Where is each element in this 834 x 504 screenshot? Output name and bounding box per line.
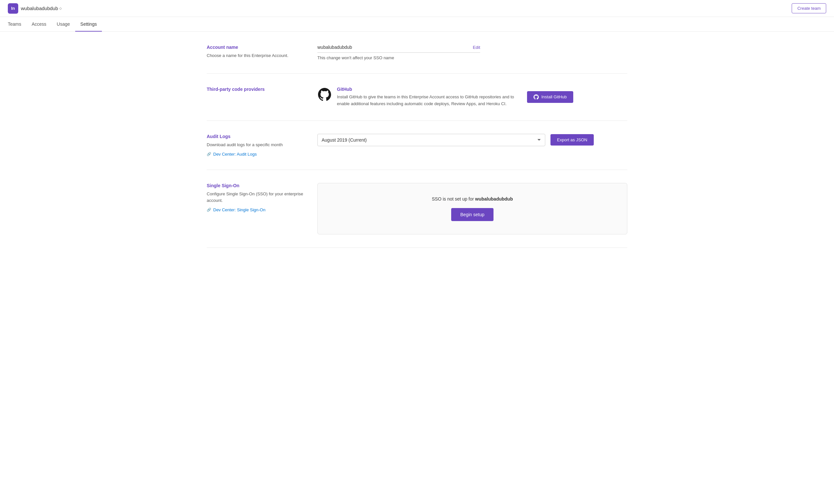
nav-tabs: Teams Access Usage Settings — [0, 17, 834, 31]
header-left: In wubalubadubdub ◇ — [8, 3, 62, 14]
install-github-button[interactable]: Install GitHub — [527, 91, 573, 103]
header: In wubalubadubdub ◇ Create team — [0, 0, 834, 17]
tab-access[interactable]: Access — [26, 17, 51, 31]
audit-logs-dev-center-link[interactable]: 🔗 Dev Center: Audit Logs — [207, 152, 304, 157]
section-third-party: Third-party code providers GitHub Instal… — [207, 73, 627, 121]
account-name-value: wubalubadubdub — [317, 45, 473, 50]
begin-setup-button[interactable]: Begin setup — [451, 208, 493, 221]
audit-logs-title: Audit Logs — [207, 134, 304, 139]
github-provider-name[interactable]: GitHub — [337, 87, 519, 92]
section-account-name-label: Account name Choose a name for this Ente… — [207, 45, 304, 60]
section-third-party-label: Third-party code providers — [207, 87, 304, 107]
audit-row: August 2019 (Current) July 2019 June 201… — [317, 134, 627, 146]
sso-org-name: wubalubadubdub — [475, 196, 513, 201]
org-chevron-icon: ◇ — [59, 6, 62, 10]
github-provider-desc: Install GitHub to give the teams in this… — [337, 94, 519, 107]
third-party-title: Third-party code providers — [207, 87, 304, 92]
section-sso: Single Sign-On Configure Single Sign-On … — [207, 170, 627, 248]
tab-teams[interactable]: Teams — [8, 17, 26, 31]
section-account-name: Account name Choose a name for this Ente… — [207, 31, 627, 73]
account-name-desc: Choose a name for this Enterprise Accoun… — [207, 52, 304, 59]
section-third-party-content: GitHub Install GitHub to give the teams … — [317, 87, 627, 107]
main-content: Account name Choose a name for this Ente… — [199, 31, 635, 248]
account-name-row: wubalubadubdub Edit — [317, 45, 480, 53]
section-sso-label: Single Sign-On Configure Single Sign-On … — [207, 183, 304, 235]
sso-title: Single Sign-On — [207, 183, 304, 188]
section-account-name-content: wubalubadubdub Edit This change won't af… — [317, 45, 627, 60]
section-sso-content: SSO is not set up for wubalubadubdub Beg… — [317, 183, 627, 235]
sso-box: SSO is not set up for wubalubadubdub Beg… — [317, 183, 627, 235]
sso-dev-center-link[interactable]: 🔗 Dev Center: Single Sign-On — [207, 207, 304, 212]
install-github-icon — [533, 94, 539, 100]
audit-month-select[interactable]: August 2019 (Current) July 2019 June 201… — [317, 134, 545, 146]
tab-settings[interactable]: Settings — [75, 17, 102, 31]
edit-account-name-link[interactable]: Edit — [473, 45, 480, 50]
sso-external-link-icon: 🔗 — [207, 208, 211, 212]
export-json-button[interactable]: Export as JSON — [550, 134, 594, 146]
provider-row: GitHub Install GitHub to give the teams … — [317, 87, 519, 107]
sso-message-prefix: SSO is not set up for — [432, 196, 475, 201]
install-github-label: Install GitHub — [541, 94, 567, 99]
section-audit-logs-content: August 2019 (Current) July 2019 June 201… — [317, 134, 627, 157]
section-audit-logs-label: Audit Logs Download audit logs for a spe… — [207, 134, 304, 157]
sso-dev-center-label: Dev Center: Single Sign-On — [213, 207, 265, 212]
app-logo: In — [8, 3, 18, 14]
provider-info: GitHub Install GitHub to give the teams … — [337, 87, 519, 107]
github-logo-icon — [317, 87, 332, 102]
sso-desc: Configure Single Sign-On (SSO) for your … — [207, 191, 304, 203]
org-name-text: wubalubadubdub — [21, 5, 58, 11]
external-link-icon: 🔗 — [207, 152, 211, 156]
org-name[interactable]: wubalubadubdub ◇ — [21, 5, 62, 11]
section-audit-logs: Audit Logs Download audit logs for a spe… — [207, 121, 627, 170]
audit-logs-dev-center-label: Dev Center: Audit Logs — [213, 152, 257, 157]
create-team-button[interactable]: Create team — [792, 3, 826, 13]
account-name-title: Account name — [207, 45, 304, 50]
account-name-hint: This change won't affect your SSO name — [317, 56, 480, 60]
tab-usage[interactable]: Usage — [51, 17, 75, 31]
sso-message: SSO is not set up for wubalubadubdub — [326, 196, 619, 201]
account-name-container: wubalubadubdub Edit This change won't af… — [317, 45, 480, 60]
audit-logs-desc: Download audit logs for a specific month — [207, 141, 304, 148]
